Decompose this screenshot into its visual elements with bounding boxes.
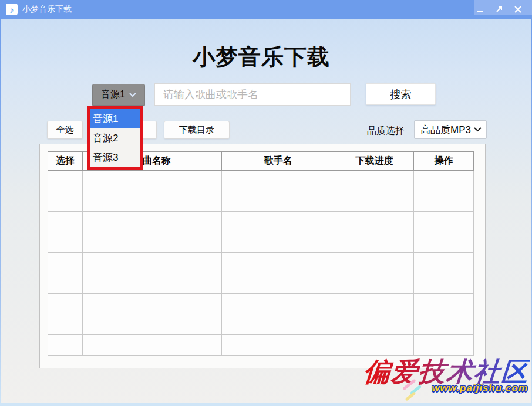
music-note-icon: ♪ <box>6 4 18 15</box>
selected-cell[interactable] <box>48 171 83 191</box>
search-input[interactable] <box>154 83 351 106</box>
column-header-artist[interactable]: 歌手名 <box>222 152 335 171</box>
table-row <box>48 232 474 253</box>
search-button[interactable]: 搜索 <box>366 83 436 105</box>
table-cell[interactable] <box>414 191 474 212</box>
table-row <box>48 212 474 232</box>
window-border-left <box>0 19 1 406</box>
table-cell[interactable] <box>222 191 335 212</box>
table-cell[interactable] <box>414 314 474 335</box>
annotation-red-box: 音源1 音源2 音源3 <box>87 106 143 170</box>
watermark-url: www.paijishu.com <box>432 383 528 394</box>
app-window: ♪ 小梦音乐下载 小梦音乐下载 <box>0 0 532 406</box>
table-cell[interactable] <box>48 191 83 212</box>
table-cell[interactable] <box>83 335 222 356</box>
table-cell[interactable] <box>83 232 222 253</box>
window-controls <box>471 0 527 19</box>
table-row <box>48 335 474 356</box>
music-note-glyph: ♪ <box>9 5 14 14</box>
table-cell[interactable] <box>335 273 414 294</box>
table-cell[interactable] <box>83 314 222 335</box>
table-cell[interactable] <box>83 294 222 314</box>
table-cell[interactable] <box>48 294 83 314</box>
window-title: 小梦音乐下载 <box>22 4 72 15</box>
quality-label: 品质选择 <box>367 125 405 137</box>
song-table-panel: 选择 歌曲名称 歌手名 下载进度 操作 <box>39 144 486 368</box>
table-cell[interactable] <box>335 191 414 212</box>
table-cell[interactable] <box>83 253 222 273</box>
close-icon[interactable] <box>509 0 527 19</box>
titlebar: ♪ 小梦音乐下载 <box>0 0 532 19</box>
table-row <box>48 171 474 191</box>
table-cell[interactable] <box>335 212 414 232</box>
table-cell[interactable] <box>335 294 414 314</box>
table-cell[interactable] <box>335 253 414 273</box>
table-cell[interactable] <box>414 273 474 294</box>
table-cell[interactable] <box>48 232 83 253</box>
table-row <box>48 273 474 294</box>
column-header-action[interactable]: 操作 <box>414 152 474 171</box>
download-dir-button[interactable]: 下载目录 <box>164 121 230 139</box>
table-cell[interactable] <box>414 335 474 356</box>
table-cell[interactable] <box>83 273 222 294</box>
chevron-down-icon <box>474 127 482 132</box>
select-all-button[interactable]: 全选 <box>47 121 83 139</box>
table-cell[interactable] <box>83 191 222 212</box>
table-row <box>48 294 474 314</box>
column-header-progress[interactable]: 下载进度 <box>335 152 414 171</box>
table-cell[interactable] <box>222 314 335 335</box>
table-cell[interactable] <box>222 335 335 356</box>
song-table: 选择 歌曲名称 歌手名 下载进度 操作 <box>48 151 474 356</box>
source-option-2[interactable]: 音源2 <box>90 128 140 148</box>
table-cell[interactable] <box>48 212 83 232</box>
table-body <box>48 171 474 356</box>
table-cell[interactable] <box>414 253 474 273</box>
page-title: 小梦音乐下载 <box>0 42 523 72</box>
maximize-icon[interactable] <box>490 0 509 19</box>
quality-select[interactable]: 高品质MP3 <box>414 120 487 139</box>
source-dropdown-value: 音源1 <box>101 89 125 101</box>
table-cell[interactable] <box>222 294 335 314</box>
source-option-3[interactable]: 音源3 <box>90 148 140 167</box>
table-cell[interactable] <box>414 171 474 191</box>
table-cell[interactable] <box>83 171 222 191</box>
source-option-1[interactable]: 音源1 <box>90 109 140 128</box>
table-cell[interactable] <box>414 294 474 314</box>
table-cell[interactable] <box>222 212 335 232</box>
table-cell[interactable] <box>222 273 335 294</box>
table-cell[interactable] <box>222 171 335 191</box>
column-header-select[interactable]: 选择 <box>48 152 83 171</box>
minimize-icon[interactable] <box>471 0 490 19</box>
table-cell[interactable] <box>414 212 474 232</box>
table-cell[interactable] <box>48 273 83 294</box>
table-row <box>48 253 474 273</box>
table-cell[interactable] <box>222 232 335 253</box>
table-cell[interactable] <box>335 335 414 356</box>
table-row <box>48 191 474 212</box>
quality-select-value: 高品质MP3 <box>420 123 471 137</box>
table-cell[interactable] <box>48 314 83 335</box>
table-cell[interactable] <box>83 212 222 232</box>
table-cell[interactable] <box>48 335 83 356</box>
table-cell[interactable] <box>335 171 414 191</box>
table-cell[interactable] <box>48 253 83 273</box>
source-dropdown-button[interactable]: 音源1 <box>92 84 145 106</box>
table-cell[interactable] <box>335 314 414 335</box>
table-row <box>48 314 474 335</box>
window-border-bottom <box>0 403 532 406</box>
table-cell[interactable] <box>222 253 335 273</box>
table-cell[interactable] <box>414 232 474 253</box>
chevron-down-icon <box>129 93 136 97</box>
table-cell[interactable] <box>335 232 414 253</box>
